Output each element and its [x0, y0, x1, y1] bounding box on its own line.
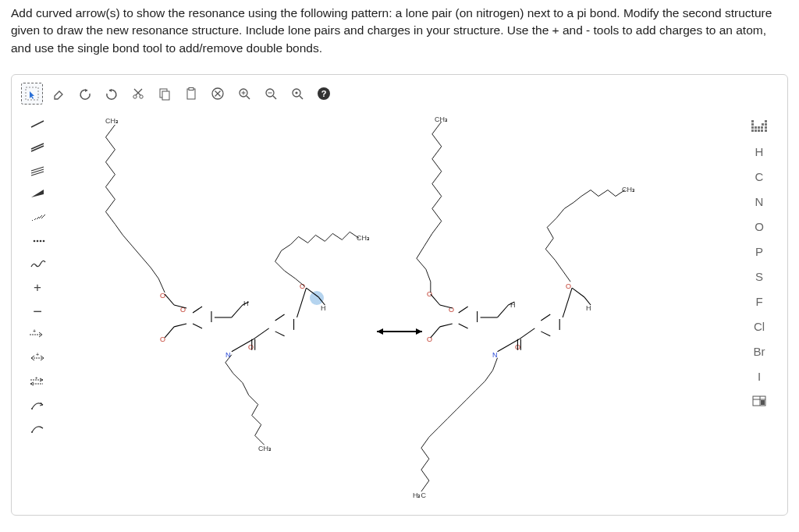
- help-button[interactable]: ?: [313, 83, 335, 105]
- svg-line-11: [215, 91, 221, 97]
- element-c[interactable]: C: [747, 164, 772, 189]
- svg-rect-59: [751, 129, 754, 132]
- svg-line-110: [563, 289, 572, 318]
- svg-rect-62: [761, 129, 763, 132]
- single-bond-tool[interactable]: [26, 114, 49, 134]
- svg-rect-51: [751, 123, 754, 126]
- svg-line-3: [136, 89, 142, 95]
- element-n[interactable]: N: [747, 189, 772, 214]
- svg-line-78: [232, 305, 243, 317]
- element-toolbar: H C N O P S F Cl Br I: [747, 114, 773, 413]
- svg-marker-95: [456, 303, 481, 332]
- svg-line-101: [508, 302, 514, 305]
- paste-button[interactable]: [180, 83, 202, 105]
- push-arrow-tool-2[interactable]: +: [26, 348, 49, 368]
- svg-line-76: [193, 324, 202, 328]
- svg-line-35: [41, 215, 45, 218]
- zoom-fit-button[interactable]: [286, 83, 308, 105]
- zoom-in-button[interactable]: [233, 83, 255, 105]
- charge-minus-tool[interactable]: −: [26, 301, 49, 321]
- svg-rect-8: [189, 88, 194, 90]
- element-br[interactable]: Br: [747, 339, 772, 364]
- structure-editor: ? + − + + + H C N O P S F Cl Br I: [11, 74, 788, 516]
- element-cl[interactable]: Cl: [747, 314, 772, 339]
- svg-line-13: [247, 96, 250, 99]
- svg-line-33: [37, 217, 39, 219]
- svg-line-105: [519, 328, 534, 339]
- svg-line-91: [431, 294, 440, 305]
- svg-line-24: [31, 121, 44, 127]
- undo-button[interactable]: [74, 83, 96, 105]
- molecule-svg: [62, 109, 737, 505]
- instructions-text: Add curved arrow(s) to show the resonanc…: [0, 0, 799, 68]
- element-f[interactable]: F: [747, 289, 772, 314]
- element-h[interactable]: H: [747, 139, 772, 164]
- clear-button[interactable]: [207, 83, 229, 105]
- push-arrow-tool-1[interactable]: +: [26, 325, 49, 345]
- svg-line-32: [34, 218, 36, 220]
- svg-line-100: [498, 305, 509, 317]
- svg-line-87: [275, 332, 285, 336]
- svg-line-98: [459, 324, 468, 328]
- svg-rect-52: [751, 126, 754, 129]
- double-bond-tool[interactable]: [26, 137, 49, 158]
- svg-line-83: [254, 328, 269, 339]
- svg-line-4: [134, 89, 140, 95]
- element-s[interactable]: S: [747, 264, 772, 289]
- svg-rect-63: [765, 129, 767, 132]
- svg-rect-0: [26, 87, 38, 100]
- element-i[interactable]: I: [747, 364, 772, 388]
- svg-line-89: [306, 289, 318, 298]
- move-tool[interactable]: [21, 83, 43, 105]
- svg-rect-49: [751, 120, 754, 122]
- curved-arrow-tool-1[interactable]: [26, 395, 49, 415]
- svg-rect-6: [162, 91, 169, 100]
- triple-bond-tool[interactable]: [26, 161, 49, 181]
- curved-arrow-tool-2[interactable]: [26, 418, 49, 438]
- svg-line-70: [174, 305, 186, 308]
- svg-rect-61: [758, 129, 760, 132]
- eraser-tool[interactable]: [48, 83, 69, 105]
- charge-plus-tool[interactable]: +: [26, 278, 49, 298]
- svg-line-85: [275, 314, 285, 321]
- cut-button[interactable]: [127, 83, 149, 105]
- element-o[interactable]: O: [747, 214, 772, 239]
- svg-line-82: [232, 339, 254, 352]
- svg-point-38: [40, 240, 42, 243]
- svg-line-88: [297, 289, 307, 318]
- wedge-up-tool[interactable]: [26, 184, 49, 204]
- drawing-canvas[interactable]: CH₃ CH₃ CH₃ H H O O O O O N CH₃ CH₃ H₃C …: [62, 109, 737, 505]
- svg-text:+: +: [35, 376, 38, 380]
- svg-point-47: [31, 408, 33, 410]
- push-arrow-tool-3[interactable]: +: [26, 371, 49, 392]
- svg-point-19: [293, 89, 300, 97]
- periodic-table-button[interactable]: [747, 114, 772, 139]
- svg-rect-58: [765, 123, 767, 126]
- top-toolbar: ?: [21, 83, 778, 111]
- svg-line-20: [300, 96, 303, 99]
- svg-rect-7: [187, 89, 195, 99]
- zoom-out-button[interactable]: [260, 83, 282, 105]
- svg-marker-106: [538, 311, 563, 339]
- copy-button[interactable]: [154, 83, 176, 105]
- wavy-bond-tool[interactable]: [26, 254, 49, 275]
- svg-point-36: [34, 240, 36, 243]
- wedge-down-tool[interactable]: [26, 207, 49, 228]
- more-elements-button[interactable]: [747, 388, 772, 413]
- svg-rect-60: [755, 129, 757, 132]
- lone-pair-tool[interactable]: [26, 231, 49, 251]
- element-p[interactable]: P: [747, 239, 772, 264]
- svg-line-72: [174, 324, 186, 327]
- svg-point-22: [318, 87, 330, 100]
- svg-text:+: +: [33, 329, 36, 334]
- svg-line-79: [243, 302, 249, 305]
- svg-line-96: [459, 307, 468, 313]
- svg-line-112: [584, 297, 591, 305]
- svg-line-93: [431, 327, 440, 338]
- svg-line-104: [498, 339, 520, 352]
- redo-button[interactable]: [101, 83, 123, 105]
- svg-line-109: [541, 332, 550, 336]
- svg-line-74: [193, 307, 202, 313]
- svg-line-17: [273, 96, 276, 99]
- svg-marker-84: [272, 311, 297, 339]
